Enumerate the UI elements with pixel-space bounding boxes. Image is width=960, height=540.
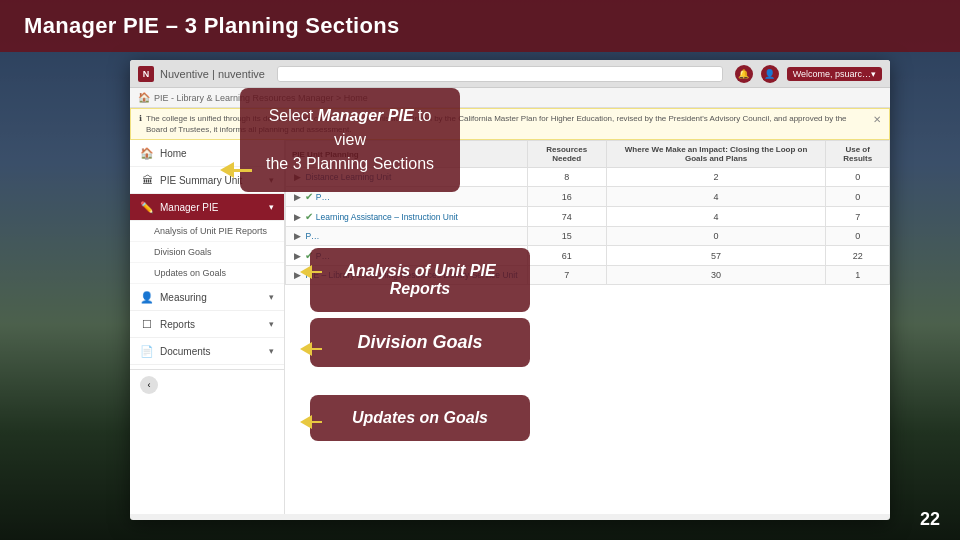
expand-button[interactable]: ▶ xyxy=(292,192,303,202)
check-icon: ✔ xyxy=(305,191,313,202)
results-cell: 1 xyxy=(826,266,890,285)
loop-cell: 30 xyxy=(606,266,826,285)
resources-cell: 74 xyxy=(527,207,606,227)
user-avatar-icon[interactable]: 👤 xyxy=(761,65,779,83)
chevron-down-icon-manager: ▾ xyxy=(269,202,274,212)
sidebar-item-analysis[interactable]: Analysis of Unit PIE Reports xyxy=(130,221,284,242)
sidebar-item-manager-pie[interactable]: ✏️ Manager PIE ▾ xyxy=(130,194,284,221)
callout-division-text: Division Goals xyxy=(357,332,482,352)
close-icon[interactable]: ✕ xyxy=(873,113,881,127)
home-icon: 🏠 xyxy=(140,146,154,160)
loop-cell: 2 xyxy=(606,168,826,187)
brand-label: Nuventive | nuventive xyxy=(160,68,265,80)
results-cell: 0 xyxy=(826,227,890,246)
expand-button[interactable]: ▶ xyxy=(292,212,303,222)
results-cell: 7 xyxy=(826,207,890,227)
unit-name-cell: ▶ P… xyxy=(286,227,528,246)
sidebar-label-analysis: Analysis of Unit PIE Reports xyxy=(154,226,267,236)
page-title: Manager PIE – 3 Planning Sections xyxy=(24,13,399,39)
browser-bar: N Nuventive | nuventive 🔔 👤 Welcome, psu… xyxy=(130,60,890,88)
arrow-updates xyxy=(300,415,322,429)
prev-page-button[interactable]: ‹ xyxy=(140,376,158,394)
col-header-results: Use of Results xyxy=(826,141,890,168)
results-cell: 22 xyxy=(826,246,890,266)
expand-button[interactable]: ▶ xyxy=(292,231,303,241)
app-logo: N xyxy=(138,66,154,82)
loop-cell: 4 xyxy=(606,187,826,207)
callout-updates-text: Updates on Goals xyxy=(352,409,488,426)
user-chip[interactable]: Welcome, psuarc…▾ xyxy=(787,67,882,81)
sidebar: 🏠 Home 🏛 PIE Summary Unit ▾ ✏️ Manager P… xyxy=(130,140,285,514)
documents-icon: 📄 xyxy=(140,344,154,358)
unit-name: P… xyxy=(305,231,319,241)
sidebar-label-reports: Reports xyxy=(160,319,195,330)
resources-cell: 61 xyxy=(527,246,606,266)
callout-updates-goals: Updates on Goals xyxy=(310,395,530,441)
arrow-manager-pie xyxy=(220,162,252,178)
table-row: ▶ P… 15 0 0 xyxy=(286,227,890,246)
unit-name-cell: ▶ ✔ Learning Assistance – Instruction Un… xyxy=(286,207,528,227)
results-cell: 0 xyxy=(826,168,890,187)
callout-select-text: Select Manager PIE to viewthe 3 Planning… xyxy=(266,107,434,172)
callout-analysis-text: Analysis of Unit PIE Reports xyxy=(344,262,495,297)
arrow-head-updates xyxy=(300,415,312,429)
sidebar-label-manager-pie: Manager PIE xyxy=(160,202,218,213)
arrow-shaft-updates xyxy=(312,421,322,423)
loop-cell: 0 xyxy=(606,227,826,246)
chevron-down-icon-docs: ▾ xyxy=(269,346,274,356)
bell-icon[interactable]: 🔔 xyxy=(735,65,753,83)
sidebar-pagination: ‹ xyxy=(130,369,284,400)
pencil-icon: ✏️ xyxy=(140,200,154,214)
sidebar-label-documents: Documents xyxy=(160,346,211,357)
arrow-shaft xyxy=(234,169,252,172)
callout-division-goals: Division Goals xyxy=(310,318,530,367)
sidebar-label-home: Home xyxy=(160,148,187,159)
check-icon: ✔ xyxy=(305,211,313,222)
arrow-head-analysis xyxy=(300,265,312,279)
building-icon: 🏛 xyxy=(140,173,154,187)
callout-select-manager: Select Manager PIE to viewthe 3 Planning… xyxy=(240,88,460,192)
unit-name: Learning Assistance – Instruction Unit xyxy=(316,212,458,222)
loop-cell: 4 xyxy=(606,207,826,227)
col-header-loop: Where We Make an Impact: Closing the Loo… xyxy=(606,141,826,168)
chevron-down-icon-reports: ▾ xyxy=(269,319,274,329)
sidebar-label-measuring: Measuring xyxy=(160,292,207,303)
results-cell: 0 xyxy=(826,187,890,207)
expand-button[interactable]: ▶ xyxy=(292,251,303,261)
arrow-head-icon xyxy=(220,162,234,178)
sidebar-label-division-goals: Division Goals xyxy=(154,247,212,257)
sidebar-label-updates-goals: Updates on Goals xyxy=(154,268,226,278)
arrow-division xyxy=(300,342,322,356)
col-header-resources: Resources Needed xyxy=(527,141,606,168)
arrow-head-division xyxy=(300,342,312,356)
resources-cell: 8 xyxy=(527,168,606,187)
sidebar-item-measuring[interactable]: 👤 Measuring ▾ xyxy=(130,284,284,311)
sidebar-item-reports[interactable]: ☐ Reports ▾ xyxy=(130,311,284,338)
sidebar-item-documents[interactable]: 📄 Documents ▾ xyxy=(130,338,284,365)
arrow-shaft-division xyxy=(312,348,322,350)
table-row: ▶ ✔ Learning Assistance – Instruction Un… xyxy=(286,207,890,227)
callout-analysis: Analysis of Unit PIE Reports xyxy=(310,248,530,312)
alert-icon: ℹ xyxy=(139,113,142,124)
loop-cell: 57 xyxy=(606,246,826,266)
resources-cell: 7 xyxy=(527,266,606,285)
page-number: 22 xyxy=(920,509,940,530)
reports-icon: ☐ xyxy=(140,317,154,331)
measuring-icon: 👤 xyxy=(140,290,154,304)
resources-cell: 15 xyxy=(527,227,606,246)
header-bar: Manager PIE – 3 Planning Sections xyxy=(0,0,960,52)
unit-name: P… xyxy=(316,192,330,202)
chevron-down-icon-measuring: ▾ xyxy=(269,292,274,302)
sidebar-item-updates-goals[interactable]: Updates on Goals xyxy=(130,263,284,284)
sidebar-item-division-goals[interactable]: Division Goals xyxy=(130,242,284,263)
resources-cell: 16 xyxy=(527,187,606,207)
browser-icons: 🔔 👤 Welcome, psuarc…▾ xyxy=(735,65,882,83)
home-breadcrumb-icon: 🏠 xyxy=(138,92,150,103)
arrow-analysis xyxy=(300,265,322,279)
arrow-shaft-analysis xyxy=(312,271,322,273)
